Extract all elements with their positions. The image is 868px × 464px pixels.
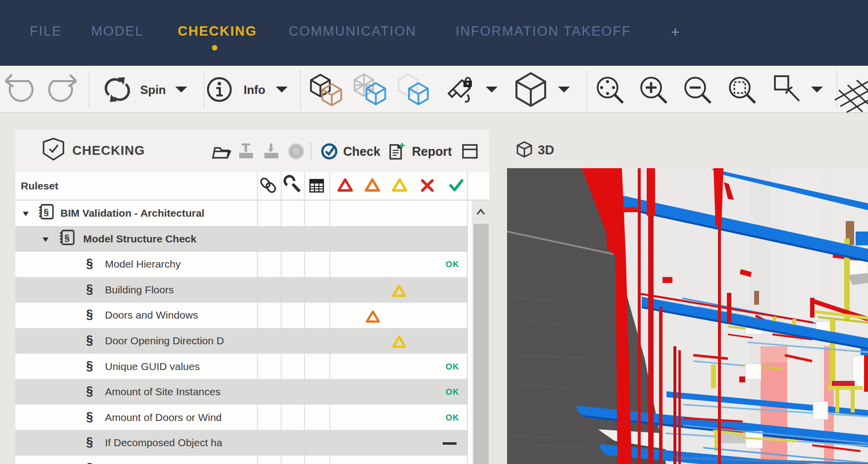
- svg-text:§: §: [44, 207, 49, 217]
- svg-text:Info: Info: [244, 83, 265, 96]
- svg-text:Report: Report: [412, 144, 452, 158]
- svg-text:Spin: Spin: [140, 83, 166, 96]
- svg-text:§: §: [64, 232, 70, 243]
- svg-text:Check: Check: [343, 144, 380, 158]
